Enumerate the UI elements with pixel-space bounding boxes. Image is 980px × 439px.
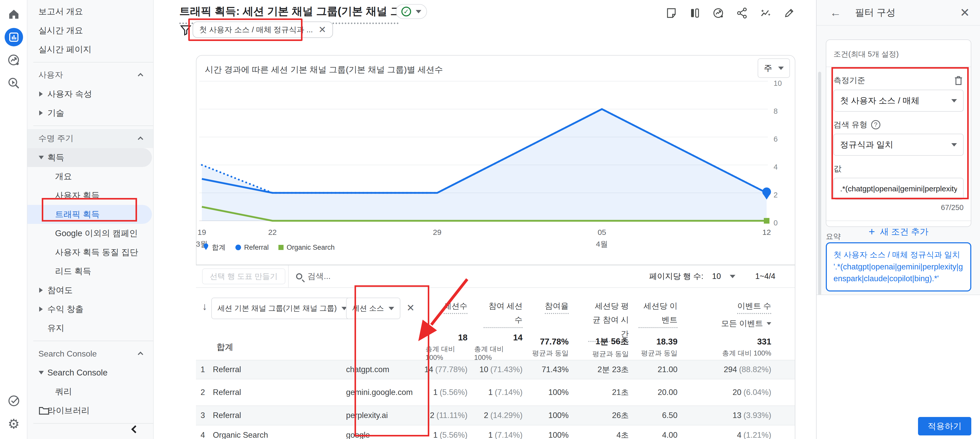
sidebar-item-label: 실시간 페이지 — [38, 44, 91, 55]
explore-icon[interactable] — [0, 72, 27, 95]
advertising-circle-icon[interactable] — [713, 7, 724, 19]
primary-dimension-select[interactable]: 세션 기본 채널 그룹(기본 채널 그룹) — [211, 297, 353, 319]
sidebar-item-user-attributes[interactable]: 사용자 속성 — [27, 84, 153, 103]
triangle-down-icon — [39, 371, 44, 374]
cell-channel-group: Referral — [213, 379, 346, 406]
secondary-dimension-select[interactable]: 세션 소스 — [346, 297, 400, 319]
sidebar-section-section-lifecycle[interactable]: 수명 주기 — [27, 129, 153, 148]
chevron-up-icon — [138, 137, 143, 142]
legend-item[interactable]: Referral — [235, 243, 269, 251]
cell-session-source: gemini.google.com — [346, 379, 425, 406]
build-chart-from-rows-button[interactable]: 선택 행 도표 만들기 — [202, 269, 285, 284]
cell-metric: 4.00 — [635, 425, 684, 439]
sidebar-item-tech[interactable]: 기술 — [27, 103, 153, 122]
dimension-select[interactable]: 첫 사용자 소스 / 매체 — [834, 90, 964, 112]
sidebar-item-search-console[interactable]: Search Console — [27, 363, 153, 382]
sidebar-item-traffic-acquisition[interactable]: 트래픽 획득 — [27, 205, 152, 224]
data-quality-pill[interactable]: ✓ — [396, 4, 427, 19]
rows-per-page-control[interactable]: 페이지당 행 수: 10 — [649, 271, 735, 282]
table-row-gemini.google.com[interactable]: 2Referralgemini.google.com1(5.56%)1(7.14… — [196, 379, 795, 406]
sidebar-item-queries[interactable]: 쿼리 — [27, 382, 153, 401]
reports-icon[interactable] — [0, 25, 27, 49]
legend-item[interactable]: Organic Search — [278, 243, 335, 251]
match-type-select[interactable]: 정규식과 일치 — [834, 134, 964, 156]
sidebar-item-acquisition-overview[interactable]: 개요 — [27, 167, 153, 186]
sidebar-divider — [33, 126, 153, 126]
help-icon[interactable]: ? — [871, 120, 880, 129]
sidebar-section-section-search-console[interactable]: Search Console — [27, 344, 153, 363]
insights-icon[interactable] — [760, 7, 772, 19]
note-icon[interactable] — [665, 7, 677, 19]
divider — [826, 67, 971, 67]
legend-label: Organic Search — [286, 243, 335, 251]
legend-item[interactable]: 합계 — [203, 243, 226, 252]
sort-descending-icon[interactable]: ↓ — [202, 301, 207, 312]
share-icon[interactable] — [736, 7, 748, 19]
conditions-card: 조건(최대 5개 설정) 측정기준 첫 사용자 소스 / 매체 검색 유형 ? … — [826, 40, 971, 227]
totals-label: 합계 — [213, 333, 346, 362]
filter-value-input[interactable] — [834, 178, 964, 200]
remove-filter-icon[interactable]: ✕ — [318, 24, 326, 35]
toolbar-divider — [288, 266, 289, 287]
row-number: 4 — [196, 425, 213, 439]
sidebar-item-reports-snapshot[interactable]: 보고서 개요 — [27, 2, 153, 21]
advertising-icon[interactable] — [0, 49, 27, 72]
remove-secondary-dimension-icon[interactable]: ✕ — [407, 302, 415, 313]
pin-marker-icon — [203, 243, 209, 252]
event-picker[interactable]: 모든 이벤트 — [721, 317, 771, 331]
home-icon[interactable] — [0, 3, 27, 25]
rows-per-page-value[interactable]: 10 — [712, 272, 721, 281]
sidebar-item-engagement[interactable]: 참여도 — [27, 281, 153, 300]
back-arrow-icon[interactable]: ← — [830, 6, 841, 19]
table-row-google[interactable]: 4Organic Searchgoogle1(5.56%)1(7.14%)100… — [196, 425, 795, 439]
sidebar-item-acquisition[interactable]: 획득 — [27, 148, 152, 167]
sidebar-item-realtime-overview[interactable]: 실시간 개요 — [27, 21, 153, 40]
sidebar-item-label: 사용자 획득 — [55, 190, 100, 201]
filter-chip-label: 첫 사용자 소스 / 매체 정규식과 ... — [199, 25, 313, 35]
sidebar-item-realtime-pages[interactable]: 실시간 페이지 — [27, 40, 153, 59]
table-row-chatgpt.com[interactable]: 1Referralchatgpt.com14(77.78%)10(71.43%)… — [196, 360, 795, 379]
add-condition-button[interactable]: + 새 조건 추가 — [834, 221, 964, 243]
collapse-drawer-button[interactable] — [127, 422, 143, 437]
table-search[interactable]: 검색... — [296, 271, 331, 282]
table-row-perplexity.ai[interactable]: 3Referralperplexity.ai2(11.11%)2(14.29%)… — [196, 406, 795, 425]
sidebar-item-non-google-campaigns[interactable]: Google 이외의 캠페인 — [27, 224, 153, 243]
settings-gear-icon[interactable]: ⚙ — [0, 412, 27, 436]
report-nav-drawer: 보고서 개요실시간 개요실시간 페이지사용자사용자 속성기술수명 주기획득개요사… — [27, 0, 154, 439]
active-filter-chip[interactable]: 첫 사용자 소스 / 매체 정규식과 ... ✕ — [192, 22, 333, 38]
cell-metric: 100% — [529, 406, 575, 425]
edit-pencil-icon[interactable] — [783, 7, 795, 19]
sidebar-item-library[interactable]: 라이브러리 — [27, 401, 153, 420]
sidebar-section-section-user[interactable]: 사용자 — [27, 65, 153, 84]
match-type-label: 검색 유형 — [834, 119, 867, 130]
svg-text:29: 29 — [433, 228, 441, 236]
trash-icon[interactable] — [953, 75, 964, 86]
sidebar-item-monetization[interactable]: 수익 창출 — [27, 300, 153, 319]
sidebar-nav: 보고서 개요실시간 개요실시간 페이지사용자사용자 속성기술수명 주기획득개요사… — [27, 2, 153, 424]
table-totals-row: 합계18총계 대비 100%14총계 대비 100%77.78%평균과 동일1분… — [196, 333, 795, 360]
task-check-icon[interactable] — [0, 389, 27, 412]
totals-metric: 18.39평균과 동일 — [635, 333, 684, 362]
square-marker-icon — [278, 245, 283, 250]
close-icon[interactable]: ✕ — [960, 6, 970, 19]
apply-button[interactable]: 적용하기 — [918, 417, 971, 436]
svg-text:22: 22 — [268, 228, 277, 236]
row-number: 3 — [196, 406, 213, 425]
chevron-down-icon — [388, 307, 394, 310]
filter-funnel-icon[interactable] — [180, 24, 192, 37]
chevron-down-icon — [416, 10, 422, 13]
cell-metric: 2분 23초 — [575, 360, 635, 379]
sidebar-item-lead-acquisition[interactable]: 리드 획득 — [27, 262, 153, 281]
comparison-icon[interactable] — [689, 7, 701, 19]
report-table: 선택 행 도표 만들기 검색... 페이지당 행 수: 10 1~4/4 ↓세션… — [196, 264, 795, 439]
svg-text:6: 6 — [773, 135, 778, 143]
cell-session-source: perplexity.ai — [346, 406, 425, 425]
chevron-up-icon — [138, 73, 143, 78]
sidebar-item-retention[interactable]: 유지 — [27, 319, 153, 337]
cell-metric: 1(7.14%) — [474, 379, 529, 406]
filter-summary-chip[interactable]: 첫 사용자 소스 / 매체 정규식과 일치 '.*(chatgpt|openai… — [826, 242, 971, 291]
sidebar-item-user-acquisition[interactable]: 사용자 획득 — [27, 186, 153, 205]
check-circle-icon: ✓ — [401, 7, 411, 16]
sidebar-item-user-acquisition-cohorts[interactable]: 사용자 획득 동질 집단 — [27, 243, 153, 262]
cell-metric: 100% — [529, 379, 575, 406]
